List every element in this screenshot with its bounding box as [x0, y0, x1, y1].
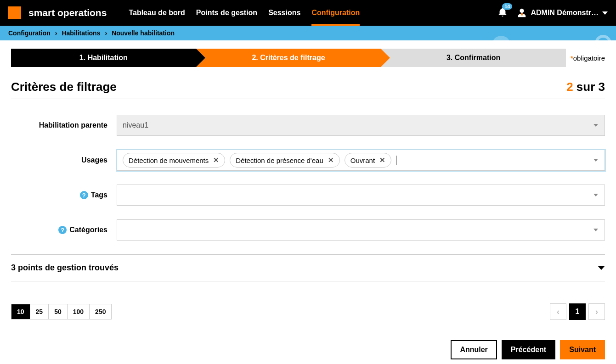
title-row: Critères de filtrage 2 sur 3	[11, 80, 605, 99]
row-parent: Habilitation parente niveau1	[11, 115, 605, 136]
page-prev[interactable]: ‹	[550, 303, 566, 320]
step-1[interactable]: 1. Habilitation	[11, 49, 196, 67]
label-tags: ? Tags	[11, 191, 117, 199]
chevron-down-icon	[598, 266, 605, 270]
chevron-down-icon	[593, 194, 598, 196]
chevron-down-icon	[593, 124, 598, 127]
page-size-10[interactable]: 10	[11, 304, 30, 319]
chevron-down-icon	[593, 159, 598, 162]
chip-usage: Détection de présence d'eau✕	[230, 153, 340, 168]
close-icon[interactable]: ✕	[379, 156, 385, 164]
label-parent: Habilitation parente	[11, 121, 117, 129]
page-title: Critères de filtrage	[11, 80, 117, 94]
breadcrumb-sep: ›	[105, 29, 107, 37]
page-next[interactable]: ›	[588, 303, 605, 320]
results-toggle[interactable]: 3 points de gestion trouvés	[11, 254, 605, 281]
user-menu[interactable]: ADMIN Démonstr…	[517, 7, 608, 18]
nav-dashboard[interactable]: Tableau de bord	[129, 0, 185, 26]
page-1[interactable]: 1	[569, 303, 586, 320]
svg-rect-0	[521, 13, 523, 16]
brand-name: smart operations	[28, 7, 107, 18]
brand-logo	[8, 6, 21, 19]
chip-usage: Ouvrant✕	[345, 153, 391, 168]
help-icon[interactable]: ?	[80, 191, 88, 199]
nav-sessions[interactable]: Sessions	[268, 0, 300, 26]
parent-value: niveau1	[123, 121, 148, 129]
row-categories: ? Catégories	[11, 219, 605, 241]
header-right: 14 ADMIN Démonstr…	[497, 6, 608, 20]
label-usages: Usages	[11, 156, 117, 164]
chevron-down-icon	[602, 11, 608, 15]
breadcrumb: Configuration › Habilitations › Nouvelle…	[0, 26, 616, 40]
breadcrumb-link-habilitations[interactable]: Habilitations	[62, 29, 100, 37]
help-icon[interactable]: ?	[58, 226, 67, 234]
page-nav: ‹ 1 ›	[550, 303, 605, 320]
step-3[interactable]: 3. Confirmation	[381, 49, 566, 67]
breadcrumb-sep: ›	[55, 29, 57, 37]
main-nav: Tableau de bord Points de gestion Sessio…	[129, 0, 360, 26]
usages-multiselect[interactable]: Détection de mouvements✕ Détection de pr…	[117, 150, 605, 171]
user-name: ADMIN Démonstr…	[531, 9, 599, 17]
page-size-25[interactable]: 25	[30, 304, 49, 319]
notif-badge: 14	[502, 3, 512, 10]
chevron-left-icon: ‹	[557, 307, 559, 317]
nav-points[interactable]: Points de gestion	[196, 0, 257, 26]
user-icon	[517, 7, 527, 18]
page-size-100[interactable]: 100	[68, 304, 90, 319]
close-icon[interactable]: ✕	[213, 156, 219, 164]
row-usages: Usages Détection de mouvements✕ Détectio…	[11, 150, 605, 171]
decor-circle	[492, 36, 510, 40]
label-categories: ? Catégories	[11, 226, 117, 234]
notifications-button[interactable]: 14	[497, 6, 508, 20]
app-header: smart operations Tableau de bord Points …	[0, 0, 616, 26]
chevron-right-icon: ›	[595, 307, 598, 317]
stepper: 1. Habilitation 2. Critères de filtrage …	[11, 49, 566, 67]
row-tags: ? Tags	[11, 185, 605, 206]
pager-row: 10 25 50 100 250 ‹ 1 ›	[11, 303, 605, 320]
nav-configuration[interactable]: Configuration	[311, 0, 360, 26]
step-counter: 2 sur 3	[566, 80, 605, 94]
step-2[interactable]: 2. Critères de filtrage	[196, 49, 381, 67]
stepper-row: 1. Habilitation 2. Critères de filtrage …	[11, 49, 605, 67]
page-size-selector: 10 25 50 100 250	[11, 304, 112, 319]
categories-select[interactable]	[117, 219, 605, 241]
close-icon[interactable]: ✕	[328, 156, 334, 164]
page-size-250[interactable]: 250	[90, 304, 111, 319]
breadcrumb-link-config[interactable]: Configuration	[8, 29, 51, 37]
required-hint: *obligatoire	[571, 54, 605, 62]
page-size-50[interactable]: 50	[49, 304, 68, 319]
tags-select[interactable]	[117, 185, 605, 206]
parent-select[interactable]: niveau1	[117, 115, 605, 136]
breadcrumb-current: Nouvelle habilitation	[112, 29, 175, 37]
decor-circle	[595, 35, 611, 40]
chevron-down-icon	[593, 229, 598, 231]
text-cursor	[396, 156, 396, 165]
results-text: 3 points de gestion trouvés	[11, 263, 119, 273]
chip-usage: Détection de mouvements✕	[123, 153, 225, 168]
